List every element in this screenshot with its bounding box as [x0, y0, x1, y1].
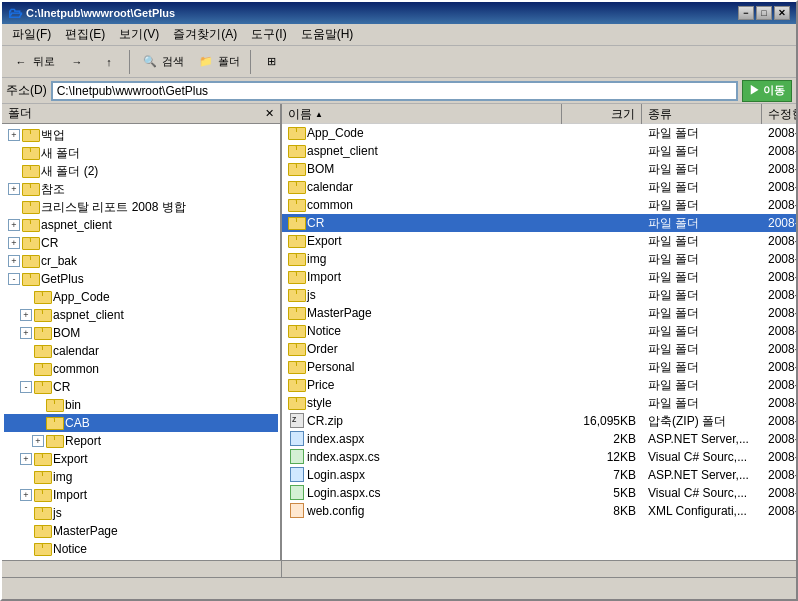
tree-item-cr[interactable]: + CR	[4, 234, 278, 252]
close-button[interactable]: ✕	[774, 6, 790, 20]
tree-item-newfolder[interactable]: 새 폴더	[4, 144, 278, 162]
expand-g-aspnet[interactable]: +	[20, 309, 32, 321]
tree-item-backup[interactable]: + 백업	[4, 126, 278, 144]
file-row-personal[interactable]: Personal 파일 폴더 2008-09-06 오후...	[282, 358, 796, 376]
tree-item-g-import[interactable]: + Import	[4, 486, 278, 504]
expand-ref[interactable]: +	[8, 183, 20, 195]
file-row-cr[interactable]: CR 파일 폴더 2008-09-08 오후...	[282, 214, 796, 232]
tree-item-g-cr-cab[interactable]: CAB	[4, 414, 278, 432]
panel-close-button[interactable]: ✕	[265, 107, 274, 120]
folder-button[interactable]: 📁 폴더	[191, 49, 245, 75]
file-name-order: Order	[282, 340, 562, 358]
right-scroll[interactable]	[282, 561, 796, 577]
sort-arrow: ▲	[315, 110, 323, 119]
back-button[interactable]: ← 뒤로	[6, 49, 60, 75]
up-button[interactable]: ↑	[94, 49, 124, 75]
file-icon-import	[288, 270, 304, 284]
expand-backup[interactable]: +	[8, 129, 20, 141]
file-size-crzip: 16,095KB	[562, 412, 642, 430]
tree-item-g-masterpage[interactable]: MasterPage	[4, 522, 278, 540]
file-row-crzip[interactable]: CR.zip 16,095KB 압축(ZIP) 폴더 2008-09-05 오후…	[282, 412, 796, 430]
file-row-index-cs[interactable]: index.aspx.cs 12KB Visual C# Sourc,... 2…	[282, 448, 796, 466]
file-name-index-aspx: index.aspx	[282, 430, 562, 448]
file-type-login-aspx: ASP.NET Server,...	[642, 466, 762, 484]
file-row-img[interactable]: img 파일 폴더 2008-09-05 오후...	[282, 250, 796, 268]
tree-item-g-export[interactable]: + Export	[4, 450, 278, 468]
file-name-web-config: web.config	[282, 502, 562, 520]
file-row-web-config[interactable]: web.config 8KB XML Configurati,... 2008-…	[282, 502, 796, 520]
file-row-js[interactable]: js 파일 폴더 2008-08-21 오후...	[282, 286, 796, 304]
expand-cr[interactable]: +	[8, 237, 20, 249]
file-row-login-cs[interactable]: Login.aspx.cs 5KB Visual C# Sourc,... 20…	[282, 484, 796, 502]
title-bar-left: 🗁 C:\Inetpub\wwwroot\GetPlus	[8, 5, 175, 21]
file-size-export	[562, 232, 642, 250]
expand-ph-3	[8, 201, 20, 213]
file-row-bom[interactable]: BOM 파일 폴더 2008-09-05 오후...	[282, 160, 796, 178]
file-row-notice[interactable]: Notice 파일 폴더 2008-08-24 오후...	[282, 322, 796, 340]
go-button[interactable]: ▶ 이동	[742, 80, 792, 102]
tree-item-getplus[interactable]: - GetPlus	[4, 270, 278, 288]
folder-icon-g-cr-cab	[46, 416, 62, 430]
address-input[interactable]	[51, 81, 738, 101]
menu-favorites[interactable]: 즐겨찾기(A)	[167, 24, 243, 45]
file-icon-cr	[288, 216, 304, 230]
expand-g-cr-report[interactable]: +	[32, 435, 44, 447]
tree-item-g-bom[interactable]: + BOM	[4, 324, 278, 342]
col-header-size[interactable]: 크기	[562, 104, 642, 124]
file-row-aspnet-client[interactable]: aspnet_client 파일 폴더 2008-09-05 오후...	[282, 142, 796, 160]
menu-help[interactable]: 도움말(H)	[295, 24, 360, 45]
tree-item-crystal[interactable]: 크리스탈 리포트 2008 병합	[4, 198, 278, 216]
menu-edit[interactable]: 편집(E)	[59, 24, 111, 45]
tree-item-crbak[interactable]: + cr_bak	[4, 252, 278, 270]
file-size-app-code	[562, 124, 642, 142]
minimize-button[interactable]: −	[738, 6, 754, 20]
tree-item-g-cr-bin[interactable]: bin	[4, 396, 278, 414]
file-row-masterpage[interactable]: MasterPage 파일 폴더 2008-09-06 오후...	[282, 304, 796, 322]
tree-item-ref[interactable]: + 참조	[4, 180, 278, 198]
file-row-export[interactable]: Export 파일 폴더 2008-09-08 오후...	[282, 232, 796, 250]
menu-view[interactable]: 보기(V)	[113, 24, 165, 45]
tree-item-g-aspnet[interactable]: + aspnet_client	[4, 306, 278, 324]
file-row-style[interactable]: style 파일 폴더 2008-09-02 오후...	[282, 394, 796, 412]
file-row-app-code[interactable]: App_Code 파일 폴더 2008-08-25 오전...	[282, 124, 796, 142]
file-type-aspnet-client: 파일 폴더	[642, 142, 762, 160]
tree-item-g-js[interactable]: js	[4, 504, 278, 522]
expand-g-bom[interactable]: +	[20, 327, 32, 339]
file-row-import[interactable]: Import 파일 폴더 2008-09-05 오후...	[282, 268, 796, 286]
tree-item-g-cr[interactable]: - CR	[4, 378, 278, 396]
content-area: 폴더 ✕ + 백업 새 폴더 새 폴더 (2)	[2, 104, 796, 560]
tree-item-g-cr-report[interactable]: + Report	[4, 432, 278, 450]
file-row-calendar[interactable]: calendar 파일 폴더 2008-09-02 오후...	[282, 178, 796, 196]
tree-item-g-calendar[interactable]: calendar	[4, 342, 278, 360]
expand-aspnet[interactable]: +	[8, 219, 20, 231]
tree-item-aspnet[interactable]: + aspnet_client	[4, 216, 278, 234]
tree-item-newfolder2[interactable]: 새 폴더 (2)	[4, 162, 278, 180]
search-button[interactable]: 🔍 검색	[135, 49, 189, 75]
file-row-common[interactable]: common 파일 폴더 2008-09-05 오후...	[282, 196, 796, 214]
forward-button[interactable]: →	[62, 49, 92, 75]
toolbar: ← 뒤로 → ↑ 🔍 검색 📁 폴더 ⊞	[2, 46, 796, 78]
expand-crbak[interactable]: +	[8, 255, 20, 267]
left-scroll[interactable]	[2, 561, 282, 577]
col-header-date[interactable]: 수정한 날짜	[762, 104, 796, 124]
file-icon-notice	[288, 324, 304, 338]
expand-g-import[interactable]: +	[20, 489, 32, 501]
tree-item-g-appcode[interactable]: App_Code	[4, 288, 278, 306]
col-header-name[interactable]: 이름 ▲	[282, 104, 562, 124]
tree-item-g-common[interactable]: common	[4, 360, 278, 378]
expand-g-cr[interactable]: -	[20, 381, 32, 393]
expand-getplus[interactable]: -	[8, 273, 20, 285]
file-row-login-aspx[interactable]: Login.aspx 7KB ASP.NET Server,... 2008-0…	[282, 466, 796, 484]
menu-file[interactable]: 파일(F)	[6, 24, 57, 45]
tree-item-g-notice[interactable]: Notice	[4, 540, 278, 558]
file-row-price[interactable]: Price 파일 폴더 2008-08-21 오후...	[282, 376, 796, 394]
maximize-button[interactable]: □	[756, 6, 772, 20]
tree-container[interactable]: + 백업 새 폴더 새 폴더 (2) + 참조	[2, 124, 280, 560]
tree-item-g-img[interactable]: img	[4, 468, 278, 486]
file-row-order[interactable]: Order 파일 폴더 2008-09-05 오후...	[282, 340, 796, 358]
expand-g-export[interactable]: +	[20, 453, 32, 465]
menu-tools[interactable]: 도구(I)	[245, 24, 292, 45]
views-button[interactable]: ⊞	[256, 49, 286, 75]
file-row-index-aspx[interactable]: index.aspx 2KB ASP.NET Server,... 2008-0…	[282, 430, 796, 448]
col-header-type[interactable]: 종류	[642, 104, 762, 124]
